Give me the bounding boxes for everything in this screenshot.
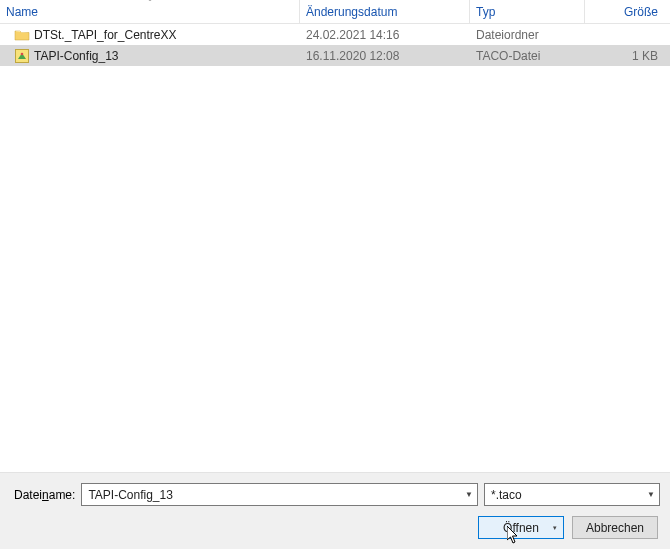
filter-value: *.taco — [491, 488, 522, 502]
header-type[interactable]: Typ — [470, 0, 585, 23]
file-type-filter[interactable]: *.taco ▼ — [484, 483, 660, 506]
item-name: DTSt._TAPI_for_CentreXX — [34, 28, 177, 42]
item-name: TAPI-Config_13 — [34, 49, 119, 63]
column-headers: Name ˄ Änderungsdatum Typ Größe — [0, 0, 670, 24]
chevron-down-icon: ▼ — [641, 490, 655, 499]
folder-icon — [14, 27, 30, 43]
split-caret-icon: ▾ — [553, 524, 557, 532]
list-item[interactable]: TAPI-Config_13 16.11.2020 12:08 TACO-Dat… — [0, 45, 670, 66]
chevron-down-icon: ▼ — [459, 490, 473, 499]
dialog-footer: Dateiname: TAPI-Config_13 ▼ *.taco ▼ Öff… — [0, 472, 670, 549]
sort-asc-icon: ˄ — [148, 0, 152, 6]
filename-value: TAPI-Config_13 — [88, 488, 173, 502]
open-button[interactable]: Öffnen ▾ — [478, 516, 564, 539]
item-size: 1 KB — [585, 45, 670, 66]
open-label: Öffnen — [503, 521, 539, 535]
file-list[interactable]: DTSt._TAPI_for_CentreXX 24.02.2021 14:16… — [0, 24, 670, 472]
header-date[interactable]: Änderungsdatum — [300, 0, 470, 23]
item-date: 16.11.2020 12:08 — [300, 45, 470, 66]
header-name-label: Name — [6, 5, 38, 19]
header-size[interactable]: Größe — [585, 0, 670, 23]
filename-input[interactable]: TAPI-Config_13 ▼ — [81, 483, 478, 506]
filename-label: Dateiname: — [10, 488, 75, 502]
header-size-label: Größe — [624, 5, 658, 19]
svg-point-1 — [21, 52, 24, 55]
header-type-label: Typ — [476, 5, 495, 19]
item-type: Dateiordner — [470, 24, 585, 45]
list-item[interactable]: DTSt._TAPI_for_CentreXX 24.02.2021 14:16… — [0, 24, 670, 45]
cancel-label: Abbrechen — [586, 521, 644, 535]
header-date-label: Änderungsdatum — [306, 5, 397, 19]
item-size — [585, 24, 670, 45]
file-open-dialog: Name ˄ Änderungsdatum Typ Größe DTSt._TA… — [0, 0, 670, 549]
header-name[interactable]: Name ˄ — [0, 0, 300, 23]
item-type: TACO-Datei — [470, 45, 585, 66]
item-date: 24.02.2021 14:16 — [300, 24, 470, 45]
cancel-button[interactable]: Abbrechen — [572, 516, 658, 539]
config-file-icon — [14, 48, 30, 64]
